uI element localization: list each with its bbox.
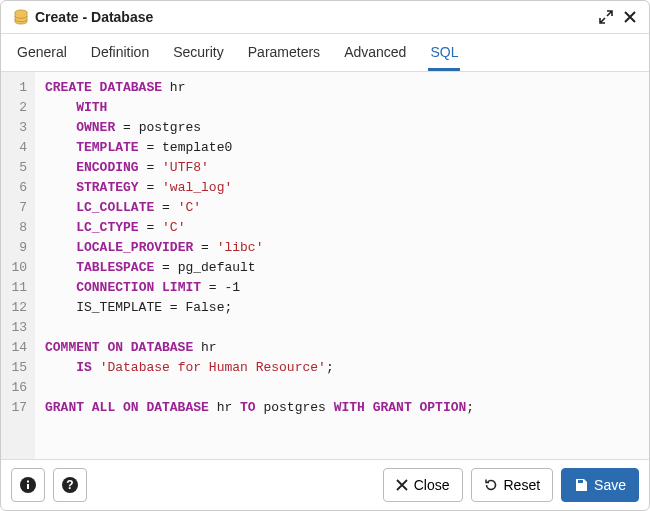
code-line: IS 'Database for Human Resource';: [45, 358, 639, 378]
code-line: LC_COLLATE = 'C': [45, 198, 639, 218]
svg-rect-2: [27, 484, 29, 489]
reset-icon: [484, 478, 498, 492]
expand-icon[interactable]: [599, 10, 613, 24]
code-line: LOCALE_PROVIDER = 'libc': [45, 238, 639, 258]
line-number: 1: [7, 78, 27, 98]
code-line: ENCODING = 'UTF8': [45, 158, 639, 178]
code-line: WITH: [45, 98, 639, 118]
code-line: TEMPLATE = template0: [45, 138, 639, 158]
code-area[interactable]: CREATE DATABASE hr WITH OWNER = postgres…: [35, 72, 649, 459]
info-button[interactable]: [11, 468, 45, 502]
svg-rect-3: [27, 481, 29, 483]
tab-bar: General Definition Security Parameters A…: [1, 34, 649, 72]
code-line: CREATE DATABASE hr: [45, 78, 639, 98]
reset-button[interactable]: Reset: [471, 468, 554, 502]
line-number: 2: [7, 98, 27, 118]
tab-definition[interactable]: Definition: [89, 34, 151, 71]
code-line: TABLESPACE = pg_default: [45, 258, 639, 278]
tab-advanced[interactable]: Advanced: [342, 34, 408, 71]
line-number: 12: [7, 298, 27, 318]
titlebar: Create - Database: [1, 1, 649, 34]
svg-text:?: ?: [66, 478, 73, 492]
code-line: CONNECTION LIMIT = -1: [45, 278, 639, 298]
line-number: 15: [7, 358, 27, 378]
line-number: 3: [7, 118, 27, 138]
sql-editor[interactable]: 1234567891011121314151617 CREATE DATABAS…: [1, 72, 649, 459]
code-line: STRATEGY = 'wal_log': [45, 178, 639, 198]
x-icon: [396, 479, 408, 491]
line-number: 11: [7, 278, 27, 298]
tab-parameters[interactable]: Parameters: [246, 34, 322, 71]
close-button-label: Close: [414, 477, 450, 493]
dialog-footer: ? Close Reset Save: [1, 459, 649, 510]
save-button-label: Save: [594, 477, 626, 493]
line-number: 16: [7, 378, 27, 398]
line-number: 17: [7, 398, 27, 418]
save-button[interactable]: Save: [561, 468, 639, 502]
code-line: LC_CTYPE = 'C': [45, 218, 639, 238]
code-line: [45, 318, 639, 338]
tab-general[interactable]: General: [15, 34, 69, 71]
code-line: COMMENT ON DATABASE hr: [45, 338, 639, 358]
help-button[interactable]: ?: [53, 468, 87, 502]
dialog-title: Create - Database: [35, 9, 599, 25]
line-number: 14: [7, 338, 27, 358]
close-icon[interactable]: [623, 10, 637, 24]
line-number-gutter: 1234567891011121314151617: [1, 72, 35, 459]
code-line: OWNER = postgres: [45, 118, 639, 138]
line-number: 6: [7, 178, 27, 198]
line-number: 7: [7, 198, 27, 218]
close-button[interactable]: Close: [383, 468, 463, 502]
code-line: GRANT ALL ON DATABASE hr TO postgres WIT…: [45, 398, 639, 418]
line-number: 8: [7, 218, 27, 238]
save-icon: [574, 478, 588, 492]
database-icon: [13, 9, 29, 25]
line-number: 4: [7, 138, 27, 158]
code-line: IS_TEMPLATE = False;: [45, 298, 639, 318]
line-number: 13: [7, 318, 27, 338]
line-number: 10: [7, 258, 27, 278]
line-number: 9: [7, 238, 27, 258]
tab-sql[interactable]: SQL: [428, 34, 460, 71]
code-line: [45, 378, 639, 398]
tab-security[interactable]: Security: [171, 34, 226, 71]
line-number: 5: [7, 158, 27, 178]
reset-button-label: Reset: [504, 477, 541, 493]
create-database-dialog: Create - Database General Definition Sec…: [0, 0, 650, 511]
